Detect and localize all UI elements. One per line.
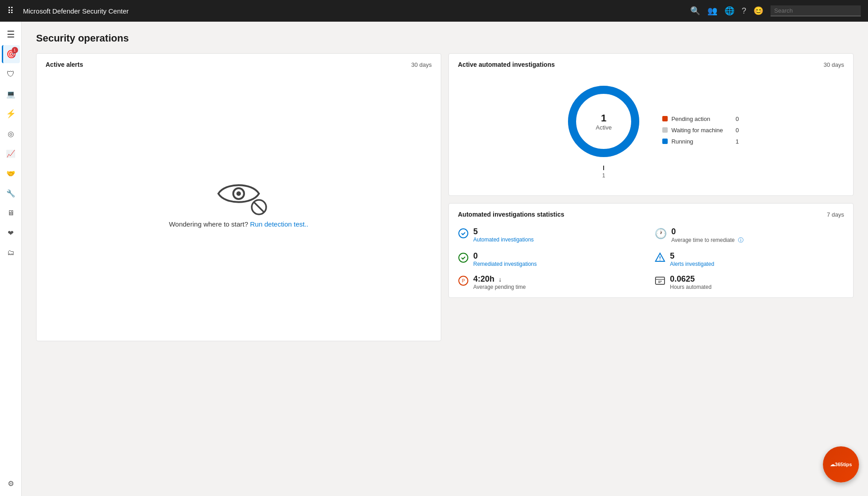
running-color-dot [662,139,668,144]
sidebar-item-health[interactable]: ❤ [2,224,20,242]
stat-auto-inv-label[interactable]: Automated investigations [473,236,534,243]
stat-avg-time-number: 0 [671,227,743,236]
stats-card-title: Automated investigations statistics [458,211,564,218]
alerts-hint: Wondering where to start? Run detection … [169,220,308,228]
donut-center: 1 Active [596,112,611,131]
stat-remediated-label[interactable]: Remediated investigations [473,261,537,267]
down-arrow-icon: ↓ [499,276,502,283]
sidebar-item-inventory[interactable]: 🗂 [2,244,20,262]
sidebar-item-security[interactable]: 🛡 [2,65,20,83]
lab-icon: 🔧 [6,189,15,198]
stat-alerts-inv-number: 5 [670,251,714,261]
top-navigation: ⠿ Microsoft Defender Security Center 🔍 👥… [0,0,868,22]
search-input[interactable] [771,5,861,16]
app-body: ☰ 🎯 1 🛡 💻 ⚡ ◎ 📈 🤝 🔧 🖥 ❤ [0,22,868,496]
svg-text:P: P [462,278,465,283]
legend-item-pending: Pending action 0 [662,116,739,122]
threats-icon: ◎ [8,130,14,138]
active-alerts-card: Active alerts 30 days [36,53,441,341]
alerts-badge: 1 [12,47,18,53]
donut-section: 1 Active 1 Pe [458,72,844,188]
stat-avg-time-label: Average time to remediate ⓘ [671,236,743,244]
clock-icon: 🕐 [655,228,667,240]
donut-tick: 1 [563,166,644,179]
stats-card-period: 7 days [827,211,844,218]
monitor-icon: 🖥 [7,209,14,217]
app-title: Microsoft Defender Security Center [23,7,685,15]
alerts-card-period: 30 days [411,61,432,68]
device-icon: 💻 [6,90,15,98]
stat-hours-automated: 0.0625 Hours automated [655,274,844,290]
stat-hours-auto-content: 0.0625 Hours automated [670,274,711,290]
stat-alerts-inv-label[interactable]: Alerts investigated [670,261,714,267]
health-icon: ❤ [8,229,14,237]
stat-automated-investigations: 5 Automated investigations [458,227,647,244]
donut-chart-wrapper: 1 Active 1 [563,81,644,179]
legend-item-running: Running 1 [662,138,739,145]
sidebar-item-monitor[interactable]: 🖥 [2,204,20,222]
right-column: Active automated investigations 30 days [448,53,854,341]
sidebar-item-devices[interactable]: 💻 [2,85,20,103]
automated-investigations-card: Active automated investigations 30 days [448,53,854,196]
investigations-card-header: Active automated investigations 30 days [458,61,844,68]
stat-hours-auto-label: Hours automated [670,284,711,290]
sidebar: ☰ 🎯 1 🛡 💻 ⚡ ◎ 📈 🤝 🔧 🖥 ❤ [0,22,22,496]
svg-rect-13 [656,277,665,284]
sidebar-item-alerts[interactable]: 🎯 1 [2,45,20,63]
donut-chart[interactable]: 1 Active [563,81,644,162]
stat-avg-pending: P 4:20h ↓ Average pending time [458,274,647,290]
legend-item-waiting: Waiting for machine 0 [662,127,739,134]
sidebar-item-reports[interactable]: 📈 [2,144,20,162]
globe-icon[interactable]: 🌐 [725,6,734,16]
waiting-value: 0 [727,127,739,134]
nav-icons: 🔍 👥 🌐 ? 😊 [690,5,861,16]
search-icon[interactable]: 🔍 [690,6,700,16]
svg-point-1 [236,191,241,196]
help-icon[interactable]: ? [742,6,746,16]
sidebar-item-settings[interactable]: ⚙ [2,474,20,492]
pending-label: Pending action [671,116,710,122]
alerts-inv-icon [655,252,665,265]
profile-icon[interactable]: 😊 [753,6,763,16]
svg-point-6 [459,229,468,238]
sidebar-item-lab[interactable]: 🔧 [2,184,20,202]
sidebar-item-community[interactable]: 🤝 [2,164,20,182]
chart-legend: Pending action 0 Waiting for machine 0 R… [662,116,739,145]
grid-icon[interactable]: ⠿ [7,5,14,16]
settings-icon: ⚙ [8,479,14,488]
donut-center-label: Active [596,124,611,131]
waiting-color-dot [662,127,668,133]
donut-tick-value: 1 [602,172,605,179]
stat-remediated: 0 Remediated investigations [458,251,647,267]
run-detection-link[interactable]: Run detection test.. [250,220,308,228]
stat-avg-pending-number: 4:20h ↓ [473,274,526,284]
remediated-icon [458,252,469,265]
hours-auto-icon [655,275,665,288]
sidebar-item-menu[interactable]: ☰ [2,25,20,43]
sidebar-item-incidents[interactable]: ⚡ [2,105,20,123]
donut-tick-line [603,166,604,170]
stat-alerts-inv-content: 5 Alerts investigated [670,251,714,267]
svg-point-7 [459,253,468,262]
stat-remediated-number: 0 [473,251,537,261]
investigations-card-title: Active automated investigations [458,61,555,68]
investigations-card-period: 30 days [823,61,844,68]
no-entry-icon [250,199,268,216]
cards-row: Active alerts 30 days [36,53,854,341]
inventory-icon: 🗂 [7,249,14,257]
stats-grid: 5 Automated investigations 🕐 0 Average t… [458,222,844,290]
pending-color-dot [662,116,668,121]
stat-remediated-content: 0 Remediated investigations [473,251,537,267]
sidebar-item-threats[interactable]: ◎ [2,125,20,143]
running-value: 1 [727,138,739,145]
people-icon[interactable]: 👥 [707,6,717,16]
svg-point-10 [660,260,660,260]
lightning-icon: ⚡ [6,109,16,119]
info-icon[interactable]: ⓘ [738,237,743,243]
stat-alerts-investigated: 5 Alerts investigated [655,251,844,267]
tips-bubble[interactable]: ☁ 365tips [823,446,859,482]
no-alerts-illustration [216,178,261,211]
stat-avg-pending-label: Average pending time [473,284,526,290]
community-icon: 🤝 [6,169,15,178]
stat-auto-inv-content: 5 Automated investigations [473,227,534,243]
